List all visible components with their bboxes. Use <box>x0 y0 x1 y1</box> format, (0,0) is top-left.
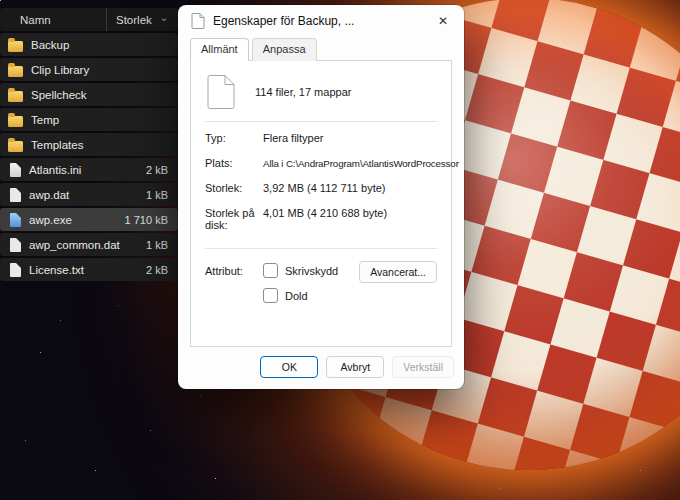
folder-icon <box>8 116 23 127</box>
close-icon[interactable]: ✕ <box>426 8 460 34</box>
tab-anpassa[interactable]: Anpassa <box>252 38 317 61</box>
tab-strip: Allmänt Anpassa <box>178 37 464 60</box>
app-icon <box>10 213 21 227</box>
field-label: Typ: <box>205 132 263 144</box>
apply-button: Verkställ <box>392 356 454 378</box>
field-value: 4,01 MB (4 210 688 byte) <box>263 207 387 219</box>
file-row-temp[interactable]: Temp <box>0 108 178 131</box>
file-size: 1 kB <box>146 189 168 201</box>
folder-icon <box>8 41 23 52</box>
readonly-checkbox[interactable]: Skrivskydd <box>263 263 359 278</box>
checkbox-box[interactable] <box>263 263 278 278</box>
file-size: 1 710 kB <box>125 214 168 226</box>
file-row-awp-common-dat[interactable]: awp_common.dat 1 kB <box>0 233 178 256</box>
file-row-templates[interactable]: Templates <box>0 133 178 156</box>
column-header-name[interactable]: Namn <box>0 14 106 26</box>
field-value: Alla i C:\AndraProgram\AtlantisWordProce… <box>263 158 459 169</box>
file-name: awp.dat <box>29 189 138 201</box>
property-fields: Typ: Flera filtyper Plats: Alla i C:\And… <box>205 124 437 248</box>
chevron-down-icon: ⌄ <box>160 13 168 23</box>
file-name: Spellcheck <box>31 89 160 101</box>
file-name: awp.exe <box>29 214 117 226</box>
file-size: 2 kB <box>146 164 168 176</box>
file-name: Backup <box>31 39 160 51</box>
field-label: Storlek: <box>205 182 263 194</box>
file-row-clip-library[interactable]: Clip Library <box>0 58 178 81</box>
file-name: Temp <box>31 114 160 126</box>
field-location: Plats: Alla i C:\AndraProgram\AtlantisWo… <box>205 157 437 169</box>
list-header: Namn Storlek ⌄ <box>0 8 178 31</box>
summary-row: 114 filer, 17 mappar <box>205 71 437 121</box>
field-value: Flera filtyper <box>263 132 324 144</box>
file-name: License.txt <box>29 264 138 276</box>
dialog-footer: OK Avbryt Verkställ <box>178 347 464 389</box>
dialog-titlebar[interactable]: Egenskaper för Backup, ... ✕ <box>178 5 464 37</box>
file-row-backup[interactable]: Backup <box>0 33 178 56</box>
file-list-panel: Namn Storlek ⌄ Backup Clip Library Spell… <box>0 8 178 283</box>
hidden-checkbox[interactable]: Dold <box>263 288 359 303</box>
column-size-label: Storlek <box>116 14 152 26</box>
file-icon <box>10 238 21 252</box>
folder-icon <box>8 91 23 102</box>
separator <box>205 121 437 122</box>
large-document-icon <box>207 75 235 109</box>
tab-allmant[interactable]: Allmänt <box>190 38 249 61</box>
folder-icon <box>8 66 23 77</box>
file-icon <box>10 188 21 202</box>
file-row-license-txt[interactable]: License.txt 2 kB <box>0 258 178 281</box>
file-row-awp-dat[interactable]: awp.dat 1 kB <box>0 183 178 206</box>
file-name: Templates <box>31 139 160 151</box>
file-name: Clip Library <box>31 64 160 76</box>
separator <box>205 248 437 249</box>
document-icon <box>191 13 205 29</box>
field-label: Storlek på disk: <box>205 207 263 231</box>
file-size: 1 kB <box>146 239 168 251</box>
column-name-label: Namn <box>20 14 51 26</box>
file-icon <box>10 263 21 277</box>
field-label: Plats: <box>205 157 263 169</box>
column-header-size[interactable]: Storlek ⌄ <box>106 8 178 31</box>
field-type: Typ: Flera filtyper <box>205 132 437 144</box>
content-summary: 114 filer, 17 mappar <box>255 86 351 98</box>
advanced-button[interactable]: Avancerat... <box>359 261 437 283</box>
dialog-title: Egenskaper för Backup, ... <box>213 14 354 28</box>
checkbox-box[interactable] <box>263 288 278 303</box>
starfield <box>0 0 1 1</box>
file-name: awp_common.dat <box>29 239 138 251</box>
file-row-atlantis-ini[interactable]: Atlantis.ini 2 kB <box>0 158 178 181</box>
field-value: 3,92 MB (4 112 711 byte) <box>263 182 386 194</box>
field-size: Storlek: 3,92 MB (4 112 711 byte) <box>205 182 437 194</box>
cancel-button[interactable]: Avbryt <box>326 356 384 378</box>
field-size-on-disk: Storlek på disk: 4,01 MB (4 210 688 byte… <box>205 207 437 231</box>
ok-button[interactable]: OK <box>260 356 318 378</box>
attributes-label: Attribut: <box>205 263 263 277</box>
checkbox-label: Skrivskydd <box>285 265 338 277</box>
file-size: 2 kB <box>146 264 168 276</box>
attribute-checkboxes: Skrivskydd Dold <box>263 263 359 303</box>
checkbox-label: Dold <box>285 290 308 302</box>
folder-icon <box>8 141 23 152</box>
properties-dialog: Egenskaper för Backup, ... ✕ Allmänt Anp… <box>178 5 464 389</box>
file-row-awp-exe[interactable]: awp.exe 1 710 kB <box>0 208 178 231</box>
attributes-row: Attribut: Skrivskydd Dold Avancerat... <box>205 251 437 303</box>
general-tab-page: 114 filer, 17 mappar Typ: Flera filtyper… <box>190 60 452 347</box>
file-row-spellcheck[interactable]: Spellcheck <box>0 83 178 106</box>
ini-file-icon <box>10 163 21 177</box>
file-name: Atlantis.ini <box>29 164 138 176</box>
